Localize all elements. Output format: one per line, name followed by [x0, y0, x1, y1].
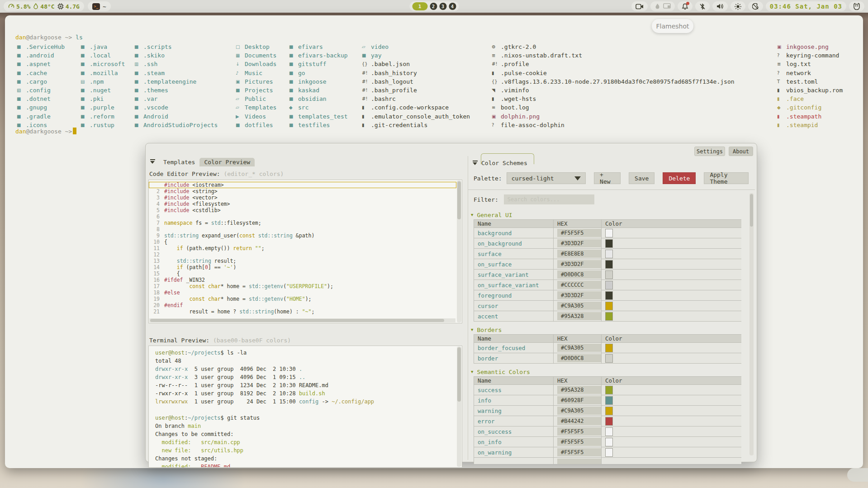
code-horizontal-scrollbar[interactable] [149, 318, 455, 322]
ls-entry[interactable]: ■efivars-backup [289, 51, 348, 60]
color-swatch[interactable] [605, 302, 613, 310]
code-line-5[interactable]: 5#include <cstdlib> [149, 207, 456, 213]
settings-button[interactable]: Settings [694, 147, 725, 156]
ls-entry[interactable]: ■.mozilla [81, 69, 125, 77]
ls-entry[interactable]: ■.local [81, 51, 125, 60]
color-swatch[interactable] [605, 229, 613, 237]
ls-entry[interactable]: ■inkgoose [289, 77, 348, 86]
ls-entry[interactable]: ■testfiles [289, 121, 348, 129]
code-line-4[interactable]: 4#include <filesystem> [149, 201, 456, 207]
collapse-arrow-icon[interactable] [150, 159, 155, 164]
code-line-21[interactable]: 21 result = home ? std::string(home) : "… [149, 308, 456, 315]
workspace-1[interactable]: 1 [412, 2, 427, 10]
ls-entry[interactable]: ■.pki [81, 95, 125, 103]
ls-entry[interactable]: ■.rustup [81, 121, 125, 129]
ls-entry[interactable]: ■AndroidStudioProjects [134, 121, 218, 129]
ls-entry[interactable]: ▣inkgoose.png [777, 43, 843, 51]
ls-entry[interactable]: ▣dolphin.png [492, 112, 735, 121]
color-swatch[interactable] [605, 396, 613, 405]
ls-entry[interactable]: ▱video [362, 43, 470, 51]
color-name[interactable]: on_surface [474, 259, 554, 270]
color-name[interactable]: success [474, 385, 554, 395]
ls-entry[interactable]: ?file-assoc-dolphin [492, 121, 735, 129]
ls-entry[interactable]: ■.var [134, 95, 218, 103]
ls-entry[interactable]: #!.bashrc [362, 95, 470, 103]
ls-entry[interactable]: ▣Pictures [236, 77, 276, 86]
code-line-9[interactable]: 9std::string expand_user(const std::stri… [149, 232, 456, 239]
ls-entry[interactable]: ▶Videos [236, 112, 276, 121]
color-name[interactable]: on_warning [474, 447, 554, 458]
workspace-4[interactable]: 4 [449, 3, 456, 10]
color-name[interactable]: background [474, 228, 554, 238]
color-name[interactable]: on_info [474, 437, 554, 447]
ls-entry[interactable]: ▤.npm [81, 77, 125, 86]
ls-entry[interactable]: ■kaskad [289, 86, 348, 95]
section-header-borders[interactable]: ▼Borders [470, 325, 741, 334]
collapse-arrow-icon[interactable] [473, 161, 478, 165]
color-name[interactable]: warning [474, 406, 554, 416]
code-line-2[interactable]: 2#include <string> [149, 188, 456, 194]
palette-select[interactable]: cursed-light [507, 172, 586, 184]
clock-pill[interactable]: 03:46 Sat, Jan 03 [766, 1, 846, 11]
ls-entry[interactable]: ↓Downloads [236, 60, 276, 68]
code-line-13[interactable]: 13 std::string result; [149, 258, 456, 264]
volume-button[interactable] [712, 1, 728, 11]
color-name[interactable]: error [474, 416, 554, 426]
code-line-7[interactable]: 7namespace fs = std::filesystem; [149, 220, 456, 226]
code-line-12[interactable]: 12 [149, 251, 456, 258]
ls-entry[interactable]: #!.bash_profile [362, 86, 470, 95]
ls-entry[interactable]: ⚙.gtkrc-2.0 [492, 43, 735, 51]
new-palette-button[interactable]: + New [594, 172, 621, 184]
color-name[interactable]: surface_variant [474, 270, 554, 280]
screen-record-button[interactable] [631, 1, 648, 11]
tab-templates[interactable]: Templates [159, 158, 199, 166]
ls-entry[interactable]: ■templates_test [289, 112, 348, 121]
ls-entry[interactable]: ■.ServiceHub [17, 43, 65, 51]
ls-entry[interactable]: ▱Public [236, 95, 276, 103]
ls-entry[interactable]: ■.skiko [134, 51, 218, 60]
code-line-8[interactable]: 8 [149, 226, 456, 232]
ls-entry[interactable]: ▦Documents [236, 51, 276, 60]
ls-entry[interactable]: ▮.wget-hsts [492, 95, 735, 103]
night-light-button[interactable] [748, 1, 763, 11]
ls-entry[interactable]: ▧.config [17, 86, 65, 95]
color-tables-scrollbar[interactable] [749, 193, 754, 455]
ls-entry[interactable]: ◆src [289, 103, 348, 112]
ls-entry[interactable]: ?keyring-command [777, 51, 843, 60]
color-swatch[interactable] [605, 386, 613, 394]
ls-entry[interactable]: ≡boot.log [492, 103, 735, 112]
code-line-10[interactable]: 10{ [149, 239, 456, 245]
ls-entry[interactable]: ?network [777, 69, 843, 77]
ls-entry[interactable]: ■efivars [289, 43, 348, 51]
color-name[interactable]: foreground [474, 290, 554, 301]
color-name[interactable]: accent [474, 311, 554, 322]
color-swatch[interactable] [605, 417, 613, 426]
ls-entry[interactable]: ■.dotnet [17, 95, 65, 103]
ls-entry[interactable]: ▥.ssh [134, 60, 218, 68]
ls-entry[interactable]: {}.v8flags.13.6.233.10-node.27.9180b4da3… [492, 77, 735, 86]
code-line-16[interactable]: 16#ifdef _WIN32 [149, 277, 456, 283]
ls-entry[interactable]: ♪Music [236, 69, 276, 77]
color-swatch[interactable] [605, 427, 613, 436]
terminal-vertical-scrollbar[interactable] [457, 346, 461, 467]
ls-entry[interactable]: ▮.face [777, 95, 843, 103]
filter-input[interactable] [504, 194, 594, 204]
apply-theme-button[interactable]: Apply Theme [704, 172, 749, 184]
ls-entry[interactable]: ■.themes [134, 86, 218, 95]
color-schemes-header[interactable]: Color Schemes [473, 160, 527, 166]
color-swatch[interactable] [605, 291, 613, 300]
code-line-1[interactable]: #include <iostream> [149, 182, 456, 188]
ls-entry[interactable]: ■.vscode [134, 103, 218, 112]
bluetooth-button[interactable] [695, 1, 710, 11]
color-swatch[interactable] [605, 281, 613, 289]
ls-entry[interactable]: ▮.emulator_console_auth_token [362, 112, 470, 121]
delete-button[interactable]: Delete [663, 172, 696, 184]
ls-entry[interactable]: ■go [289, 69, 348, 77]
ls-entry[interactable]: □Desktop [236, 43, 276, 51]
ls-entry[interactable]: Ttest.toml [777, 77, 843, 86]
prompt-line-2[interactable]: dan@darkgoose ~> [15, 128, 76, 135]
ls-entry[interactable]: ▮.config.code-workspace [362, 103, 470, 112]
code-editor-preview[interactable]: #include <iostream>2#include <string>3#i… [148, 180, 462, 323]
system-stats-pill[interactable]: 5.8% 48°C 4.7G [4, 1, 84, 11]
ls-entry[interactable]: ■obsidian [289, 95, 348, 103]
